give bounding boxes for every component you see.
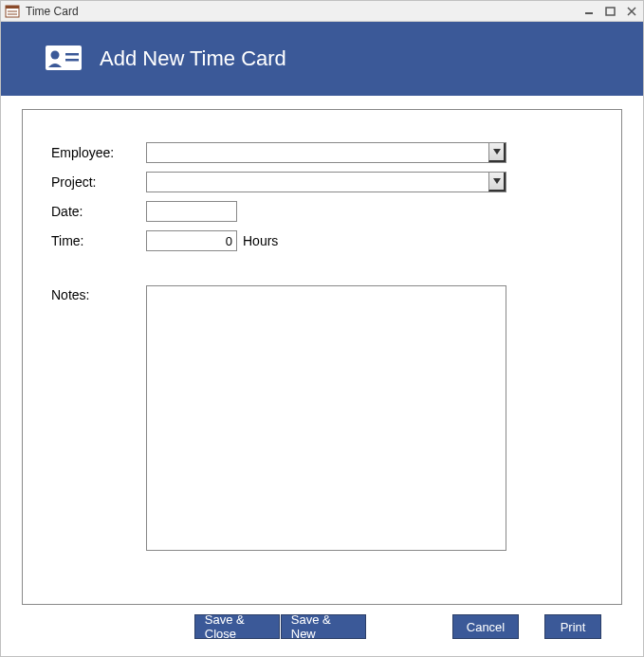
employee-combobox[interactable] xyxy=(146,142,506,163)
minimize-button[interactable] xyxy=(582,5,598,18)
notes-label: Notes: xyxy=(51,285,146,551)
project-label: Project: xyxy=(51,174,146,190)
save-new-button[interactable]: Save & New xyxy=(281,614,366,639)
titlebar: Time Card xyxy=(1,1,643,22)
date-label: Date: xyxy=(51,204,146,219)
header-banner: Add New Time Card xyxy=(1,22,643,96)
svg-point-7 xyxy=(51,50,60,59)
notes-textarea[interactable] xyxy=(146,285,506,551)
svg-rect-4 xyxy=(585,12,593,14)
form-icon xyxy=(5,4,20,19)
window-controls xyxy=(582,5,639,18)
save-close-button[interactable]: Save & Close xyxy=(194,614,280,639)
employee-dropdown-button[interactable] xyxy=(488,143,506,162)
svg-rect-5 xyxy=(606,8,615,15)
employee-input[interactable] xyxy=(147,143,488,162)
date-input[interactable] xyxy=(146,201,237,222)
form-panel: Employee: Project: Date: xyxy=(22,109,622,605)
maximize-button[interactable] xyxy=(603,5,618,18)
time-label: Time: xyxy=(51,233,146,248)
svg-rect-9 xyxy=(65,59,79,62)
content-area: Employee: Project: Date: xyxy=(1,96,643,656)
project-combobox[interactable] xyxy=(146,172,506,192)
project-input[interactable] xyxy=(147,173,488,192)
time-input[interactable] xyxy=(146,230,237,251)
cancel-button[interactable]: Cancel xyxy=(452,614,519,639)
id-card-icon xyxy=(45,45,83,74)
svg-rect-1 xyxy=(6,6,19,9)
page-title: Add New Time Card xyxy=(100,46,286,71)
close-button[interactable] xyxy=(624,5,639,18)
window-frame: Time Card Add New Time Card xyxy=(0,0,644,657)
button-row: Save & Close Save & New Cancel Print xyxy=(22,614,622,639)
employee-label: Employee: xyxy=(51,145,146,160)
svg-rect-8 xyxy=(65,53,79,56)
time-suffix: Hours xyxy=(243,233,278,248)
print-button[interactable]: Print xyxy=(544,614,601,639)
project-dropdown-button[interactable] xyxy=(488,173,506,192)
window-title: Time Card xyxy=(26,5,79,18)
